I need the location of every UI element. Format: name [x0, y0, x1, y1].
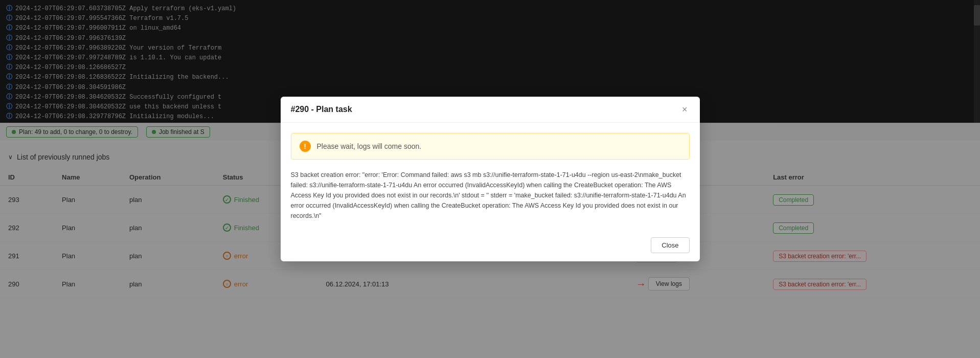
warning-icon: ! — [300, 141, 311, 152]
modal-header: #290 - Plan task × — [281, 97, 700, 123]
modal-dialog: #290 - Plan task × ! Please wait, logs w… — [281, 97, 700, 261]
waiting-text: Please wait, logs will come soon. — [317, 142, 422, 150]
modal-title: #290 - Plan task — [291, 105, 352, 114]
waiting-banner: ! Please wait, logs will come soon. — [291, 133, 690, 160]
modal-close-button[interactable]: × — [680, 105, 690, 114]
modal-overlay[interactable]: #290 - Plan task × ! Please wait, logs w… — [0, 0, 980, 358]
modal-body: ! Please wait, logs will come soon. S3 b… — [281, 123, 700, 231]
modal-close-btn[interactable]: Close — [651, 237, 689, 253]
modal-footer: Close — [281, 231, 700, 261]
error-details-text: S3 backet creation error: "error: 'Error… — [291, 170, 690, 221]
